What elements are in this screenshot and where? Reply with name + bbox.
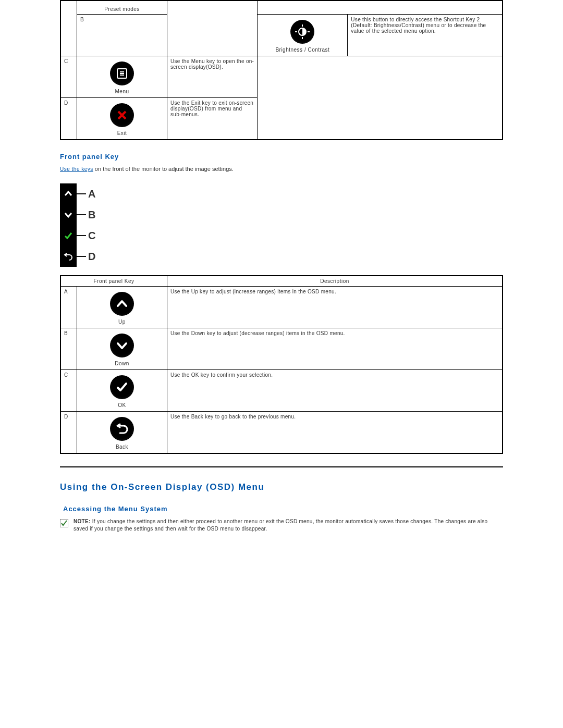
- menu-label: Menu: [115, 89, 129, 94]
- table-header-row: Front panel Key Description: [60, 276, 503, 287]
- section-divider: [60, 466, 503, 467]
- ok-label: OK: [118, 402, 126, 408]
- brightness-icon: [290, 20, 314, 44]
- up-label: Up: [118, 319, 126, 325]
- table-row: D Exit Use the Exit key to exit on-scree…: [60, 98, 503, 140]
- shortcut-keys-table: Preset modes B: [60, 0, 503, 140]
- ok-icon: [110, 375, 134, 399]
- use-the-keys-link[interactable]: Use the keys: [60, 166, 93, 172]
- back-icon: [60, 246, 77, 267]
- key-legend: A B C D: [60, 183, 95, 267]
- legend-row: B: [60, 204, 95, 225]
- header-description: Description: [167, 276, 503, 287]
- front-panel-heading: Front panel Key: [60, 153, 503, 161]
- header-front-panel-key: Front panel Key: [60, 276, 167, 287]
- row-letter: C: [60, 56, 77, 98]
- row-letter: B: [60, 328, 77, 370]
- brightness-label: Brightness / Contrast: [275, 47, 329, 53]
- row-letter: D: [60, 412, 77, 454]
- osd-heading: Using the On-Screen Display (OSD) Menu: [60, 482, 503, 492]
- table-row: Preset modes: [60, 1, 503, 15]
- down-label: Down: [115, 361, 129, 366]
- row-letter: C: [60, 370, 77, 412]
- up-icon: [60, 183, 77, 204]
- up-icon: [110, 292, 134, 316]
- exit-desc: Use the Exit key to exit on-screen displ…: [170, 100, 253, 117]
- row-letter: D: [60, 98, 77, 140]
- legend-row: C: [60, 225, 95, 246]
- note-icon: [60, 519, 68, 527]
- table-row: C Menu Use the Menu key to open the on-s…: [60, 56, 503, 98]
- table-row: A Up Use the Up key to adjust (increase …: [60, 287, 503, 328]
- ok-desc: Use the OK key to confirm your selection…: [170, 372, 273, 378]
- front-panel-intro: Use the keys on the front of the monitor…: [60, 166, 503, 172]
- brightness-desc: Use this button to directly access the S…: [351, 17, 486, 34]
- ok-icon: [60, 225, 77, 246]
- down-desc: Use the Down key to adjust (decrease ran…: [170, 330, 345, 336]
- back-icon: [110, 417, 134, 441]
- row-letter: B: [77, 15, 167, 56]
- menu-icon: [110, 61, 134, 85]
- exit-icon: [110, 103, 134, 127]
- table-row: D Back Use the Back key to go back to th…: [60, 412, 503, 454]
- menu-desc: Use the Menu key to open the on-screen d…: [170, 58, 254, 70]
- down-icon: [60, 204, 77, 225]
- table-row: B Down Use the Down key to adjust (decre…: [60, 328, 503, 370]
- front-panel-table: Front panel Key Description A Up Use the…: [60, 275, 503, 454]
- legend-row: D: [60, 246, 95, 267]
- back-desc: Use the Back key to go back to the previ…: [170, 414, 296, 419]
- table-row: C OK Use the OK key to confirm your sele…: [60, 370, 503, 412]
- exit-label: Exit: [117, 130, 127, 136]
- legend-row: A: [60, 183, 95, 204]
- down-icon: [110, 334, 134, 357]
- row-letter: A: [60, 287, 77, 328]
- note: NOTE: If you change the settings and the…: [60, 518, 503, 533]
- accessing-menu-heading: Accessing the Menu System: [63, 505, 503, 513]
- back-label: Back: [116, 444, 128, 450]
- up-desc: Use the Up key to adjust (increase range…: [170, 289, 336, 294]
- preset-modes-label: Preset modes: [80, 6, 164, 12]
- note-text: NOTE: If you change the settings and the…: [74, 518, 503, 533]
- table-row: B: [60, 15, 503, 56]
